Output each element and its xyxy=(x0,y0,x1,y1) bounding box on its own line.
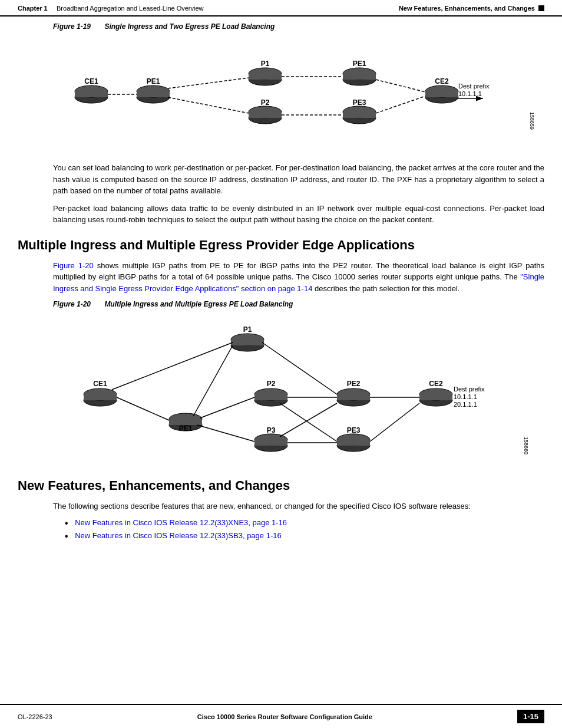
svg-text:PE1: PE1 xyxy=(147,77,160,85)
f20-ce1-node: CE1 xyxy=(84,380,117,406)
svg-text:CE2: CE2 xyxy=(429,380,443,388)
section-new-paragraph: The following sections describe features… xyxy=(53,500,544,512)
fig19-side-label: 158659 xyxy=(529,112,535,130)
figure-19-label: Figure 1-19 xyxy=(53,22,91,31)
svg-rect-43 xyxy=(84,394,117,400)
figure-19-svg: CE1 PE1 P1 xyxy=(35,35,554,150)
svg-text:P1: P1 xyxy=(243,325,252,334)
header-black-square xyxy=(538,5,544,11)
bullet-list: New Features in Cisco IOS Release 12.2(3… xyxy=(65,518,544,542)
content-area: Figure 1-19 Single Ingress and Two Egres… xyxy=(0,22,562,542)
svg-rect-63 xyxy=(254,440,287,446)
f20-p1-node: P1 xyxy=(231,325,264,351)
paragraph-1: You can set load balancing to work per-d… xyxy=(53,162,544,197)
figure-20-svg: P1 CE1 PE1 xyxy=(35,313,536,463)
svg-text:PE1: PE1 xyxy=(179,424,193,433)
svg-line-34 xyxy=(376,96,425,113)
bullet-link-2[interactable]: New Features in Cisco IOS Release 12.2(3… xyxy=(75,531,281,540)
figure-20-diagram: P1 CE1 PE1 xyxy=(35,313,544,466)
svg-line-80 xyxy=(112,342,233,390)
svg-text:P2: P2 xyxy=(261,98,270,107)
svg-rect-59 xyxy=(419,394,452,400)
f20-pe3-node: PE3 xyxy=(337,426,370,452)
svg-line-70 xyxy=(200,397,254,418)
header-chapter-title: Broadband Aggregation and Leased-Line Ov… xyxy=(57,5,204,12)
svg-line-76 xyxy=(280,403,337,437)
f20-pe1-node: PE1 xyxy=(169,413,202,433)
bullet-link-1[interactable]: New Features in Cisco IOS Release 12.2(3… xyxy=(75,518,287,527)
svg-rect-10 xyxy=(249,74,282,80)
figure-20-title: Multiple Ingress and Multiple Egress PE … xyxy=(104,300,293,308)
section-new-heading: New Features, Enhancements, and Changes xyxy=(18,478,544,493)
footer-right: 1-15 xyxy=(517,710,544,723)
bullet-item-1: New Features in Cisco IOS Release 12.2(3… xyxy=(65,518,544,529)
figure-19-diagram: CE1 PE1 P1 xyxy=(35,35,544,153)
svg-text:P3: P3 xyxy=(267,426,276,434)
svg-text:PE2: PE2 xyxy=(347,380,361,388)
figure-20-caption: Figure 1-20 Multiple Ingress and Multipl… xyxy=(53,300,544,308)
svg-text:P1: P1 xyxy=(261,60,270,68)
ce2-node: CE2 xyxy=(425,77,458,103)
header-right: New Features, Enhancements, and Changes xyxy=(399,5,544,12)
svg-rect-26 xyxy=(425,91,458,97)
svg-line-29 xyxy=(168,78,249,88)
paragraph-2: Per-packet load balancing allows data tr… xyxy=(53,203,544,226)
section-multiple-content: Figure 1-20 shows multiple IGP paths fro… xyxy=(53,260,544,295)
dest-prefix-label: Dest prefix xyxy=(458,83,490,90)
svg-rect-18 xyxy=(343,74,376,80)
svg-text:PE1: PE1 xyxy=(353,60,366,68)
svg-rect-67 xyxy=(337,440,370,446)
chapter-label: Chapter 1 xyxy=(18,5,48,12)
svg-text:PE3: PE3 xyxy=(353,98,366,107)
fig20-ref-link[interactable]: Figure 1-20 xyxy=(53,261,94,270)
svg-rect-2 xyxy=(75,91,108,97)
section-multiple-paragraph: Figure 1-20 shows multiple IGP paths fro… xyxy=(53,260,544,295)
page-header: Chapter 1 Broadband Aggregation and Leas… xyxy=(0,0,562,17)
svg-text:PE3: PE3 xyxy=(347,426,361,434)
pe3-node: PE3 xyxy=(343,98,376,124)
pe1-left-node: PE1 xyxy=(137,77,170,103)
svg-rect-39 xyxy=(231,340,264,345)
f20-dest-prefix-label: Dest prefix xyxy=(454,386,485,393)
ce1-node: CE1 xyxy=(75,77,108,103)
svg-line-30 xyxy=(168,97,249,113)
fig20-side-label: 158660 xyxy=(523,437,529,454)
bullet-item-2: New Features in Cisco IOS Release 12.2(3… xyxy=(65,531,544,542)
section-new-content: The following sections describe features… xyxy=(53,500,544,542)
dest-prefix-value: 10.1.1.1 xyxy=(458,90,482,97)
svg-rect-22 xyxy=(343,112,376,118)
f20-ce2-node: CE2 xyxy=(419,380,452,406)
svg-text:CE1: CE1 xyxy=(84,77,98,85)
f20-pe2-node: PE2 xyxy=(337,380,370,406)
svg-rect-14 xyxy=(249,112,282,118)
section-multiple-heading: Multiple Ingress and Multiple Egress Pro… xyxy=(18,238,544,253)
svg-text:CE1: CE1 xyxy=(93,380,107,388)
p1-node: P1 xyxy=(249,60,282,85)
f20-p2-node: P2 xyxy=(254,380,287,406)
figure-19-caption: Figure 1-19 Single Ingress and Two Egres… xyxy=(53,22,544,31)
svg-line-78 xyxy=(370,403,419,442)
pe1-right-node: PE1 xyxy=(343,60,376,85)
svg-rect-6 xyxy=(137,91,170,97)
figure-19-title: Single Ingress and Two Egress PE Load Ba… xyxy=(104,22,275,31)
header-left: Chapter 1 Broadband Aggregation and Leas… xyxy=(18,5,204,12)
f20-p3-node: P3 xyxy=(254,426,287,452)
footer-left: OL-2226-23 xyxy=(18,713,52,720)
svg-line-33 xyxy=(376,80,425,92)
header-right-title: New Features, Enhancements, and Changes xyxy=(399,5,535,12)
page-footer: OL-2226-23 Cisco 10000 Series Router Sof… xyxy=(0,704,562,728)
figure-20-label: Figure 1-20 xyxy=(53,300,91,308)
svg-line-69 xyxy=(117,397,169,420)
page-container: Chapter 1 Broadband Aggregation and Leas… xyxy=(0,0,562,728)
svg-rect-55 xyxy=(337,394,370,400)
f20-dest-prefix-val2: 20.1.1.1 xyxy=(454,401,477,408)
p2-node: P2 xyxy=(249,98,282,124)
svg-line-71 xyxy=(197,425,254,442)
svg-rect-51 xyxy=(254,394,287,400)
svg-text:P2: P2 xyxy=(267,380,276,388)
svg-line-74 xyxy=(280,403,337,442)
svg-text:CE2: CE2 xyxy=(435,77,449,85)
footer-center: Cisco 10000 Series Router Software Confi… xyxy=(52,713,517,720)
f20-dest-prefix-val1: 10.1.1.1 xyxy=(454,393,477,400)
